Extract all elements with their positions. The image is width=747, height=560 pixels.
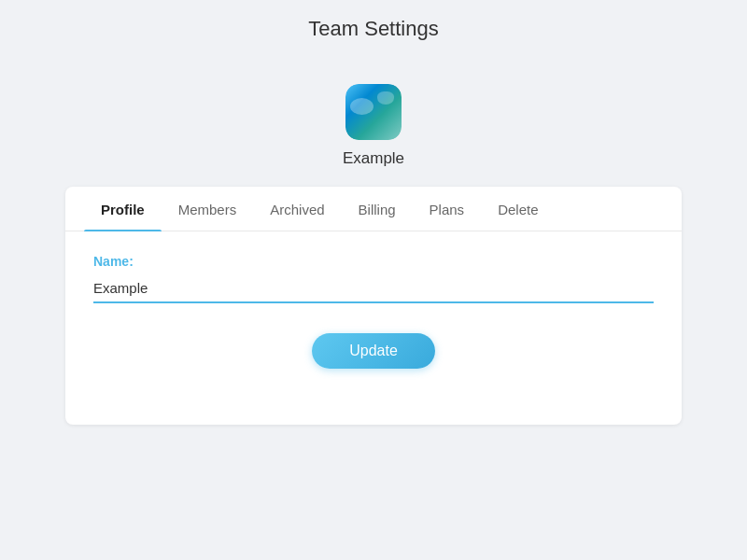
avatar[interactable]	[345, 84, 402, 140]
tab-delete[interactable]: Delete	[481, 187, 555, 231]
tabs-nav: Profile Members Archived Billing Plans D…	[65, 187, 682, 231]
update-button[interactable]: Update	[312, 333, 435, 369]
tab-archived[interactable]: Archived	[253, 187, 341, 231]
settings-content: Name: Update	[65, 231, 682, 387]
tab-billing[interactable]: Billing	[342, 187, 413, 231]
name-input[interactable]	[93, 276, 654, 303]
tab-plans[interactable]: Plans	[413, 187, 482, 231]
page-title: Team Settings	[0, 0, 747, 56]
team-name-label: Example	[343, 149, 404, 168]
name-label: Name:	[93, 254, 654, 269]
update-button-container: Update	[93, 333, 654, 369]
team-avatar-section: Example	[0, 56, 747, 187]
tab-profile[interactable]: Profile	[84, 187, 162, 231]
tab-members[interactable]: Members	[162, 187, 254, 231]
settings-card: Profile Members Archived Billing Plans D…	[65, 187, 682, 425]
